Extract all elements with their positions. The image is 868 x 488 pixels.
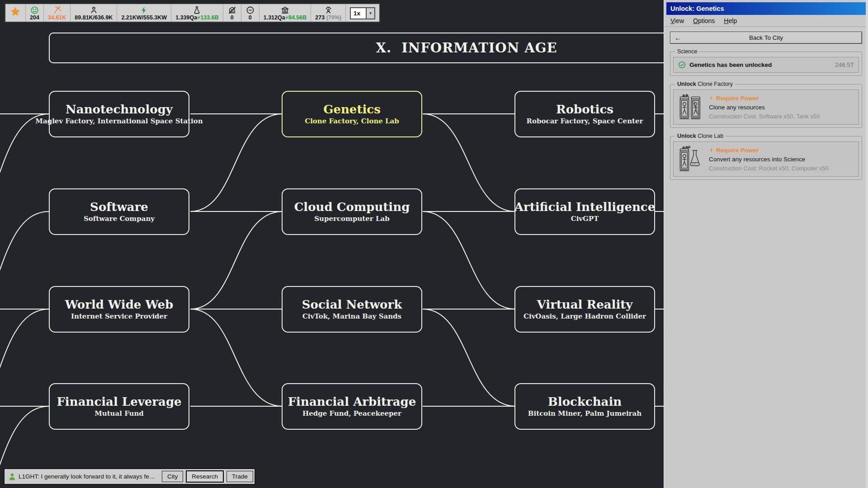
tech-buildings: CivOasis, Large Hadron Collider — [524, 313, 646, 320]
clone-tanks-icon — [678, 94, 703, 121]
unlock-name: Clone Factory — [698, 81, 733, 87]
flask-icon — [193, 6, 201, 14]
tech-buildings: Hedge Fund, Peacekeeper — [302, 410, 401, 418]
tech-name: Genetics — [323, 103, 381, 115]
chevron-down-icon[interactable]: ▼ — [366, 8, 374, 19]
tech-name: Social Network — [302, 299, 402, 310]
city-button[interactable]: City — [162, 471, 183, 482]
tech-name: Financial Arbitrage — [288, 396, 416, 408]
science-gain: +133.6B — [197, 14, 219, 21]
unlock-panel: Unlock: Genetics View Options Help ← Bac… — [664, 0, 868, 488]
tech-name: World Wide Web — [65, 299, 173, 310]
panel-menubar: View Options Help — [664, 15, 868, 27]
bolt-icon — [709, 147, 714, 153]
no-build-value: 0 — [231, 15, 234, 21]
unlock-cost: Construction Cost: Rocket x50, Computer … — [709, 165, 828, 172]
minus-circle-icon — [246, 6, 255, 14]
tech-buildings: Mutual Fund — [94, 410, 144, 418]
speed-cell: 1x ▼ — [345, 4, 379, 22]
era-title: X. INFORMATION AGE — [376, 40, 557, 56]
require-power: Require Power — [709, 147, 828, 154]
menu-view[interactable]: View — [670, 17, 684, 24]
happiness-value: 204 — [30, 15, 39, 21]
bolt-icon — [709, 95, 714, 101]
tech-buildings: CivGPT — [571, 215, 599, 223]
tech-node-robotics[interactable]: Robotics Robocar Factory, Space Center — [514, 91, 655, 137]
unlock-prefix: Unlock — [677, 133, 696, 139]
tech-node-financial-leverage[interactable]: Financial Leverage Mutual Fund — [49, 383, 189, 430]
panel-title: Unlock: Genetics — [666, 2, 866, 15]
science-amount: 246.5T — [835, 61, 854, 68]
trade-button[interactable]: Trade — [226, 471, 253, 482]
chat-person-icon — [9, 473, 15, 480]
person-icon — [90, 6, 98, 14]
gold-value: 1.312Qa+94.56B — [264, 15, 307, 21]
tech-node-software[interactable]: Software Software Company — [49, 188, 189, 235]
menu-help[interactable]: Help — [724, 17, 737, 24]
tech-name: Nanotechnology — [66, 103, 173, 115]
tech-node-cloud-computing[interactable]: Cloud Computing Supercomputer Lab — [282, 188, 422, 235]
science-value: 1.339Qa+133.6B — [175, 15, 219, 21]
tech-node-virtual-reality[interactable]: Virtual Reality CivOasis, Large Hadron C… — [514, 286, 655, 333]
science-group-label: Science — [675, 48, 699, 55]
tech-buildings: Bitcoin Miner, Palm Jumeirah — [528, 410, 642, 418]
menu-options[interactable]: Options — [693, 17, 715, 24]
gold-gain: +94.56B — [285, 14, 307, 21]
tech-tree-map: X. INFORMATION AGE Nanotechnology Maglev… — [0, 0, 664, 488]
tech-buildings: Robocar Factory, Space Center — [527, 117, 643, 125]
game-speed-value: 1x — [351, 10, 366, 17]
unlock-name: Clone Lab — [698, 133, 723, 139]
tech-node-blockchain[interactable]: Blockchain Bitcoin Miner, Palm Jumeirah — [514, 383, 655, 430]
unlock-clone-lab-group: Unlock Clone Lab Require Power Conv — [670, 133, 862, 180]
back-to-city-button[interactable]: ← Back To City — [670, 32, 862, 44]
unlock-prefix: Unlock — [677, 81, 696, 87]
research-button[interactable]: Research — [186, 470, 224, 483]
tech-name: Blockchain — [548, 396, 622, 408]
tech-buildings: CivTok, Marina Bay Sands — [302, 313, 401, 320]
check-circle-icon — [678, 61, 686, 69]
tech-node-world-wide-web[interactable]: World Wide Web Internet Service Provider — [49, 286, 189, 333]
happiness-cell: 204 — [25, 4, 43, 22]
tech-name: Software — [90, 201, 148, 213]
back-arrow-icon: ← — [675, 34, 681, 42]
population-cell: 89.81K/636.9K — [70, 4, 117, 22]
tech-node-financial-arbitrage[interactable]: Financial Arbitrage Hedge Fund, Peacekee… — [282, 383, 422, 430]
star-icon — [9, 9, 21, 18]
spark-value: 34.61K — [48, 15, 66, 21]
science-group: Science Genetics has been unlocked 246.5… — [670, 48, 862, 76]
spark-icon — [52, 6, 61, 14]
unlock-clone-factory-group: Unlock Clone Factory Require Power — [670, 81, 862, 128]
tech-node-nanotechnology[interactable]: Nanotechnology Maglev Factory, Internati… — [49, 91, 189, 137]
require-power: Require Power — [709, 95, 820, 102]
minus-cell: 0 — [241, 4, 259, 22]
tech-name: Financial Leverage — [57, 396, 181, 408]
chat-message-area[interactable]: L1GHT: I generally look forward to it, i… — [5, 469, 160, 484]
tech-buildings: Clone Factory, Clone Lab — [305, 117, 399, 125]
spark-cell: 34.61K — [43, 4, 70, 22]
bank-icon — [281, 6, 289, 14]
tech-buildings: Software Company — [84, 215, 155, 223]
unlock-description: Convert any resources into Science — [709, 156, 828, 163]
tech-name: Virtual Reality — [537, 299, 633, 310]
unlock-description: Clone any resources — [709, 104, 820, 111]
no-build-cell: 0 — [223, 4, 241, 22]
tech-node-social-network[interactable]: Social Network CivTok, Marina Bay Sands — [282, 286, 422, 333]
game-speed-dropdown[interactable]: 1x ▼ — [350, 7, 375, 19]
resource-toolbar: 204 34.61K 89.81K/636.9K 2.21KW/555.3KW … — [5, 3, 380, 23]
tech-name: Artificial Intelligence — [514, 201, 655, 213]
unlock-cost: Construction Cost: Software x50, Tank x5… — [709, 113, 820, 120]
tech-node-genetics[interactable]: Genetics Clone Factory, Clone Lab — [282, 91, 422, 137]
power-value: 2.21KW/555.3KW — [121, 15, 167, 21]
science-cell: 1.339Qa+133.6B — [171, 4, 223, 22]
tech-node-artificial-intelligence[interactable]: Artificial Intelligence CivGPT — [514, 188, 655, 235]
tech-name: Robotics — [556, 103, 613, 115]
minus-value: 0 — [249, 15, 252, 21]
star-cell — [5, 4, 25, 22]
culture-cell: 273 (70%) — [311, 4, 345, 22]
culture-note: (70%) — [326, 14, 341, 21]
status-bar: L1GHT: I generally look forward to it, i… — [4, 468, 255, 485]
no-build-icon — [228, 6, 236, 14]
population-value: 89.81K/636.9K — [75, 15, 113, 21]
bolt-icon — [140, 6, 148, 14]
smiley-icon — [30, 6, 39, 14]
